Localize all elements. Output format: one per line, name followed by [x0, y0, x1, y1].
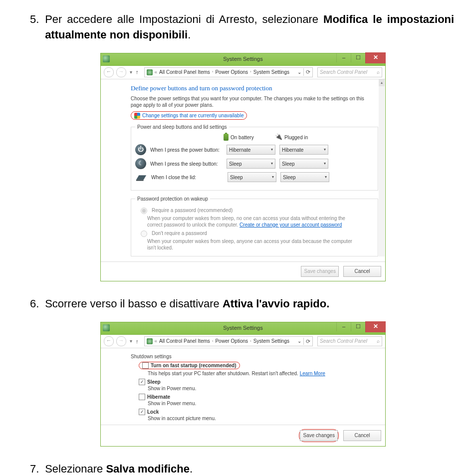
system-settings-window-1: System Settings – ☐ ✕ ← → ▾ ↑ « All Cont…: [100, 53, 386, 281]
step-6-bold: Attiva l'avvio rapido.: [223, 297, 329, 310]
power-plugged-dropdown[interactable]: Hibernate▾: [279, 145, 328, 155]
lid-plugged-dropdown[interactable]: Sleep▾: [280, 172, 329, 182]
fast-startup-label: Turn on fast startup (recommended): [151, 362, 237, 369]
lock-desc: Show in account picture menu.: [148, 415, 381, 422]
page-heading: Define power buttons and turn on passwor…: [131, 84, 381, 93]
step-5: 5. Per accedere alle Impostazioni di Arr…: [30, 12, 456, 43]
back-button[interactable]: ←: [104, 336, 114, 346]
breadcrumb-dropdown-icon[interactable]: ⌄: [297, 69, 301, 75]
breadcrumb-2[interactable]: Power Options: [215, 69, 248, 75]
save-changes-button[interactable]: Save changes: [301, 266, 339, 277]
step-5-text2: .: [188, 28, 191, 41]
sleep-plugged-value: Sleep: [282, 161, 324, 167]
minimize-button[interactable]: –: [336, 53, 351, 62]
require-password-radio[interactable]: Require a password (recommended): [138, 207, 374, 214]
power-button-icon: [135, 144, 146, 155]
step-7-num: 7.: [30, 462, 42, 476]
search-placeholder: Search Control Panel: [320, 69, 367, 75]
button-bar: Save changes Cancel: [101, 261, 385, 281]
plug-icon: 🔌: [275, 133, 282, 141]
breadcrumb-3[interactable]: System Settings: [253, 69, 289, 75]
maximize-button[interactable]: ☐: [351, 53, 365, 62]
cancel-button[interactable]: Cancel: [343, 430, 381, 441]
lock-checkbox[interactable]: ✓: [139, 409, 145, 415]
breadcrumb-sep: «: [155, 338, 158, 344]
power-buttons-legend: Power and sleep buttons and lid settings: [135, 124, 229, 130]
fast-startup-checkbox[interactable]: [142, 362, 149, 369]
chevron-down-icon: ▾: [324, 147, 326, 152]
page-subtext: Choose the power settings that you want …: [131, 95, 365, 108]
sleep-battery-dropdown[interactable]: Sleep▾: [227, 159, 275, 169]
button-bar: Save changes Cancel: [101, 425, 385, 446]
scrollbar[interactable]: ▴: [379, 79, 385, 256]
history-dropdown-icon[interactable]: ▾: [130, 69, 132, 75]
breadcrumb-1[interactable]: All Control Panel Items: [159, 338, 210, 344]
power-button-label: When I press the power button:: [150, 147, 223, 153]
step-7-text2: .: [190, 463, 193, 475]
no-password-radio-input[interactable]: [141, 231, 147, 237]
password-protection-group: Password protection on wakeup Require a …: [131, 196, 378, 256]
hibernate-option: Hibernate Show in Power menu.: [139, 394, 381, 407]
breadcrumb-sep-icon: ›: [212, 339, 214, 344]
learn-more-link[interactable]: Learn More: [300, 371, 325, 376]
lid-battery-dropdown[interactable]: Sleep▾: [228, 172, 276, 182]
navigation-bar: ← → ▾ ↑ « All Control Panel Items › Powe…: [101, 66, 385, 79]
minimize-button[interactable]: –: [336, 322, 351, 331]
titlebar[interactable]: System Settings – ☐ ✕: [101, 53, 385, 66]
up-button[interactable]: ↑: [136, 68, 139, 75]
hibernate-label: Hibernate: [147, 394, 170, 400]
refresh-button[interactable]: ⟳: [303, 68, 310, 75]
chevron-down-icon: ▾: [271, 161, 273, 166]
breadcrumb-2[interactable]: Power Options: [215, 338, 248, 344]
close-button[interactable]: ✕: [365, 321, 386, 332]
search-placeholder: Search Control Panel: [320, 338, 367, 344]
sleep-button-icon: [135, 158, 146, 169]
step-7: 7. Selezionare Salva modifiche.: [30, 462, 456, 476]
no-password-radio[interactable]: Don't require a password: [138, 230, 374, 237]
forward-button[interactable]: →: [116, 336, 126, 346]
breadcrumb[interactable]: « All Control Panel Items › Power Option…: [144, 336, 313, 346]
cancel-button[interactable]: Cancel: [343, 266, 381, 277]
refresh-button[interactable]: ⟳: [303, 338, 310, 345]
lid-icon: [135, 173, 147, 182]
breadcrumb-1[interactable]: All Control Panel Items: [159, 69, 210, 75]
power-buttons-group: Power and sleep buttons and lid settings…: [131, 124, 378, 191]
save-changes-button[interactable]: Save changes: [300, 430, 338, 441]
create-password-link[interactable]: Create or change your user account passw…: [239, 222, 342, 228]
hibernate-checkbox[interactable]: [139, 394, 145, 400]
location-icon: [147, 338, 153, 344]
close-button[interactable]: ✕: [365, 52, 386, 63]
save-changes-highlight: Save changes: [299, 429, 339, 442]
sleep-label: Sleep: [147, 379, 161, 385]
search-icon: ⌕: [377, 338, 380, 344]
step-7-text: Selezionare: [45, 463, 106, 475]
forward-button[interactable]: →: [116, 67, 126, 77]
content-panel-2: Shutdown settings Turn on fast startup (…: [101, 348, 385, 425]
breadcrumb-dropdown-icon[interactable]: ⌄: [297, 338, 301, 344]
chevron-down-icon: ▾: [271, 147, 273, 152]
fast-startup-desc: This helps start your PC faster after sh…: [148, 370, 381, 377]
scroll-up-icon[interactable]: ▴: [379, 79, 385, 86]
power-battery-dropdown[interactable]: Hibernate▾: [227, 145, 275, 155]
power-plugged-value: Hibernate: [282, 147, 324, 153]
search-input[interactable]: Search Control Panel ⌕: [317, 336, 382, 346]
back-button[interactable]: ←: [104, 67, 114, 77]
search-input[interactable]: Search Control Panel ⌕: [317, 67, 382, 77]
titlebar[interactable]: System Settings – ☐ ✕: [101, 322, 385, 335]
history-dropdown-icon[interactable]: ▾: [130, 338, 132, 344]
lid-battery-value: Sleep: [230, 174, 272, 181]
up-button[interactable]: ↑: [136, 338, 139, 345]
sleep-plugged-dropdown[interactable]: Sleep▾: [279, 159, 328, 169]
battery-icon: [224, 134, 229, 141]
sleep-checkbox[interactable]: ✓: [139, 379, 145, 385]
maximize-button[interactable]: ☐: [351, 322, 365, 331]
require-password-radio-input[interactable]: [141, 208, 147, 214]
breadcrumb-3[interactable]: System Settings: [253, 338, 289, 344]
breadcrumb-sep-icon: ›: [250, 339, 251, 344]
breadcrumb[interactable]: « All Control Panel Items › Power Option…: [144, 67, 313, 77]
change-settings-highlight: Change settings that are currently unava…: [131, 111, 247, 120]
lock-label: Lock: [147, 409, 159, 415]
no-password-desc: When your computer wakes from sleep, any…: [147, 238, 362, 251]
sleep-button-label: When I press the sleep button:: [150, 161, 223, 167]
change-settings-link[interactable]: Change settings that are currently unava…: [142, 112, 243, 119]
